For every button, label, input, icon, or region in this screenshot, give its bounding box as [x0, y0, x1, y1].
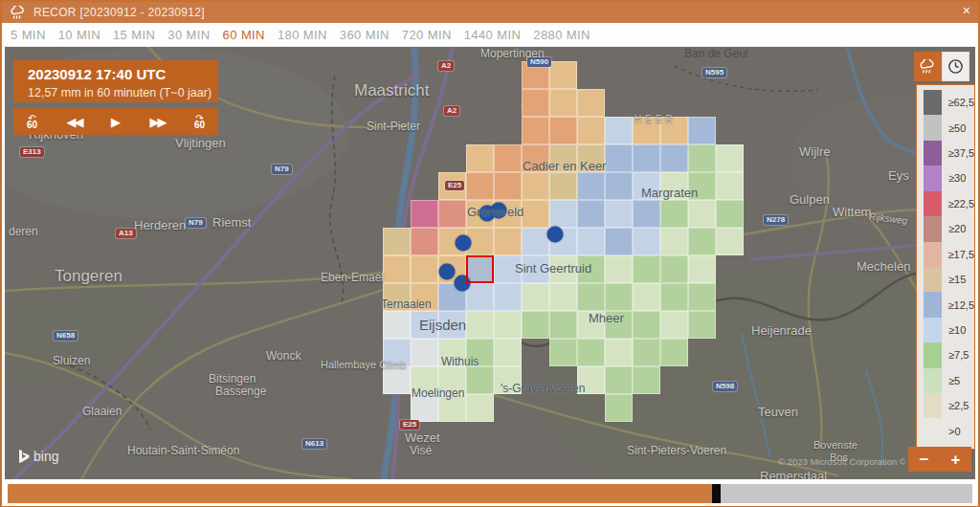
zoom-controls: − +	[908, 447, 971, 472]
map-canvas[interactable]: MaastrichtMopertingenBan de GeulHEERSint…	[5, 47, 975, 479]
radar-cell	[577, 283, 605, 311]
radar-cell	[633, 228, 660, 255]
radar-cell	[605, 172, 633, 200]
map-label: Eys	[888, 168, 909, 183]
legend-swatch	[924, 242, 942, 267]
fast-forward-button[interactable]: ▶▶	[149, 116, 165, 128]
radar-cell	[549, 61, 577, 89]
legend-entry: ≥10	[924, 318, 974, 342]
tab-30-min[interactable]: 30 MIN	[167, 28, 210, 42]
timeline-fill	[8, 484, 712, 503]
legend-swatch	[924, 418, 942, 443]
map-label: Sluizen	[53, 354, 90, 367]
radar-cell	[411, 255, 438, 283]
legend: ≥62,5≥50≥37,5≥30≥22,5≥20≥17,5≥15≥12,5≥10…	[916, 84, 975, 450]
radar-cell	[522, 283, 549, 311]
legend-swatch	[924, 342, 942, 367]
map-label: Bassenge	[215, 385, 266, 398]
app-window: RECOR [20230912 - 20230912] × 5 MIN10 MI…	[0, 0, 980, 507]
legend-entry: ≥37,5	[924, 141, 974, 165]
tab-10-min[interactable]: 10 MIN	[58, 28, 100, 42]
road-badge: E25	[400, 420, 419, 430]
radar-cell	[494, 228, 522, 255]
zoom-out-button[interactable]: −	[920, 452, 929, 468]
tab-15-min[interactable]: 15 MIN	[113, 28, 155, 42]
radar-cell	[549, 89, 577, 117]
radar-cell	[494, 283, 522, 311]
timeline-handle[interactable]	[712, 484, 721, 503]
map-label: HEER	[635, 114, 677, 124]
legend-label: >0	[948, 426, 961, 437]
legend-swatch	[924, 267, 942, 292]
legend-swatch	[924, 318, 942, 342]
time-layer-button[interactable]	[942, 52, 969, 81]
playback-controls: ↶ 60 ◀◀ ▶ ▶▶ ↷ 60	[13, 108, 218, 135]
map-label: deren	[9, 225, 38, 238]
legend-entry: ≥17,5	[924, 242, 974, 267]
radar-cell	[605, 144, 633, 172]
radar-cell	[660, 339, 688, 366]
map-label: Visé	[410, 444, 432, 457]
radar-cell	[688, 200, 716, 228]
map-label: Houtain-Saint-Siméon	[127, 444, 239, 457]
rain-layer-button[interactable]	[914, 52, 942, 81]
radar-cell	[466, 366, 494, 394]
tab-360-min[interactable]: 360 MIN	[340, 28, 390, 42]
map-label: Cadier en Keer	[523, 159, 606, 173]
tab-180-min[interactable]: 180 MIN	[278, 28, 327, 42]
tab-60-min[interactable]: 60 MIN	[223, 28, 265, 42]
radar-cell	[633, 366, 660, 394]
map-label: Eben-Emael	[321, 271, 384, 284]
radar-cell	[660, 311, 688, 339]
radar-cell	[522, 311, 549, 339]
map-label: Ternaaien	[381, 298, 432, 311]
tab-2880-min[interactable]: 2880 MIN	[533, 28, 590, 42]
legend-swatch	[924, 141, 942, 165]
legend-entry: ≥62,5	[924, 90, 974, 115]
road-badge: N278	[764, 215, 788, 225]
radar-cell	[688, 117, 716, 144]
radar-cell	[466, 172, 494, 200]
timeline-footer	[2, 479, 978, 506]
radar-cell	[411, 200, 438, 228]
radar-cell	[716, 200, 744, 228]
radar-cell	[549, 311, 577, 339]
radar-cell	[494, 311, 522, 339]
map-label: Moelingen	[412, 386, 464, 400]
skip-back-60-button[interactable]: ↶ 60	[27, 114, 37, 130]
zoom-in-button[interactable]: +	[951, 452, 961, 468]
tab-5-min[interactable]: 5 MIN	[11, 28, 46, 42]
tab-1440-min[interactable]: 1440 MIN	[464, 28, 522, 42]
play-button[interactable]: ▶	[111, 116, 121, 128]
radar-cell	[411, 339, 438, 366]
radar-cell	[577, 200, 605, 228]
road-badge: A2	[444, 106, 459, 116]
radar-cell	[660, 144, 688, 172]
tab-720-min[interactable]: 720 MIN	[402, 28, 452, 42]
legend-label: ≥62,5	[948, 97, 974, 108]
close-icon[interactable]: ×	[963, 3, 970, 18]
skip-forward-60-button[interactable]: ↷ 60	[194, 114, 205, 130]
road-badge: N590	[527, 57, 551, 67]
radar-cell	[633, 283, 660, 311]
rewind-button[interactable]: ◀◀	[67, 116, 82, 128]
road-badge: A13	[116, 229, 136, 238]
legend-swatch	[924, 115, 942, 140]
radar-cell	[411, 228, 438, 255]
radar-cell	[605, 283, 633, 311]
radar-cell	[494, 144, 522, 172]
legend-swatch	[924, 368, 942, 393]
frame-summary: 12,57 mm in 60 minuten (T~0 jaar)	[28, 86, 218, 99]
legend-label: ≥7,5	[948, 349, 969, 361]
legend-label: ≥17,5	[948, 249, 974, 260]
legend-swatch	[924, 191, 942, 216]
current-frame-panel: 20230912 17:40 UTC 12,57 mm in 60 minute…	[13, 60, 218, 102]
selected-cell[interactable]	[466, 255, 494, 283]
map-label: Bitsingen	[209, 372, 256, 386]
timeline-track[interactable]	[8, 484, 972, 503]
radar-cell	[383, 228, 411, 255]
bing-icon	[17, 449, 30, 464]
radar-cell	[577, 89, 605, 117]
map-label: Mechelen	[857, 259, 910, 274]
map-label: Sint-Pieters-Voeren	[627, 444, 726, 457]
